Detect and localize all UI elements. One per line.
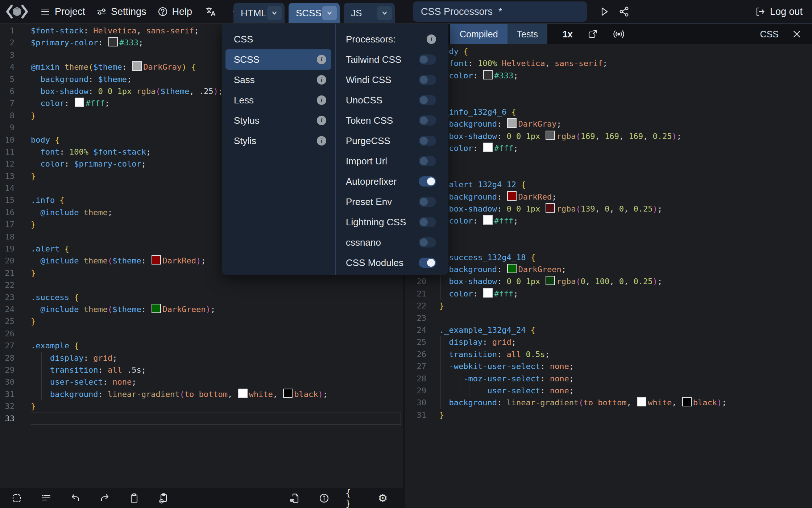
info-icon[interactable]: i xyxy=(317,55,326,64)
menu-settings[interactable]: Settings xyxy=(96,6,146,17)
project-title-field[interactable]: CSS Processors * xyxy=(413,1,587,22)
language-option-stylis[interactable]: Stylisi xyxy=(225,131,331,151)
code-line[interactable]: 5 xyxy=(405,94,812,106)
code-line[interactable]: 20 box-shadow: 0 0 1px rgba(0, 100, 0, 0… xyxy=(405,275,812,287)
code-line[interactable]: 2 font: 100% Helvetica, sans-serif; xyxy=(405,57,812,69)
color-swatch[interactable] xyxy=(546,203,555,213)
compiled-css-output[interactable]: 1body {2 font: 100% Helvetica, sans-seri… xyxy=(405,44,812,421)
file-link-button[interactable] xyxy=(287,490,303,506)
code-line[interactable]: 30 user-select: none; xyxy=(0,376,403,388)
color-swatch[interactable] xyxy=(483,288,493,298)
color-swatch[interactable] xyxy=(483,143,493,152)
color-swatch[interactable] xyxy=(132,61,142,71)
color-swatch[interactable] xyxy=(483,70,493,79)
tab-scss[interactable]: SCSS xyxy=(289,3,340,23)
color-swatch[interactable] xyxy=(152,304,161,313)
color-swatch[interactable] xyxy=(546,276,555,285)
copy-button[interactable] xyxy=(156,490,171,506)
code-line[interactable]: 22 xyxy=(0,279,403,291)
color-swatch[interactable] xyxy=(507,118,517,128)
live-reload-button[interactable] xyxy=(613,29,625,40)
info-icon[interactable]: i xyxy=(317,95,326,105)
select-all-button[interactable] xyxy=(9,490,25,506)
language-option-scss[interactable]: SCSSi xyxy=(225,49,331,70)
share-button[interactable] xyxy=(616,4,632,20)
code-line[interactable]: 29 user-select: none; xyxy=(405,385,812,397)
toggle-preset-env[interactable] xyxy=(419,197,436,207)
tab-html-dropdown-button[interactable] xyxy=(267,6,282,20)
tab-tests[interactable]: Tests xyxy=(508,24,547,44)
info-icon[interactable]: i xyxy=(317,75,326,85)
code-line[interactable]: 27.example { xyxy=(0,340,403,352)
language-option-stylus[interactable]: Stylusi xyxy=(225,110,331,131)
format-code-button[interactable] xyxy=(38,490,54,506)
tab-compiled[interactable]: Compiled xyxy=(450,24,508,44)
code-line[interactable]: 23.success { xyxy=(0,291,403,303)
code-line[interactable]: 25} xyxy=(0,315,403,327)
color-swatch[interactable] xyxy=(238,389,248,398)
color-swatch[interactable] xyxy=(283,389,293,398)
info-icon[interactable]: i xyxy=(427,34,436,44)
toggle-windi-css[interactable] xyxy=(419,75,436,85)
toggle-css-modules[interactable] xyxy=(419,258,436,268)
toggle-tailwind-css[interactable] xyxy=(419,54,436,65)
code-line[interactable]: 10} xyxy=(405,155,812,167)
code-line[interactable]: 3 color: #333; xyxy=(405,70,812,82)
translate-icon[interactable] xyxy=(203,4,219,20)
code-line[interactable]: 28 -moz-user-select: none; xyxy=(405,373,812,385)
language-option-sass[interactable]: Sassi xyxy=(225,70,331,90)
code-line[interactable]: 26 transition: all 0.5s; xyxy=(405,348,812,360)
color-swatch[interactable] xyxy=(682,397,692,406)
code-line[interactable]: 13 background: DarkRed; xyxy=(405,191,812,203)
color-swatch[interactable] xyxy=(546,131,555,140)
zoom-level-button[interactable]: 1x xyxy=(563,29,573,40)
open-external-button[interactable] xyxy=(587,29,598,40)
toggle-token-css[interactable] xyxy=(419,115,436,126)
color-swatch[interactable] xyxy=(507,191,517,201)
toggle-unocss[interactable] xyxy=(419,95,436,105)
tab-html[interactable]: HTML xyxy=(233,3,285,23)
info-button[interactable] xyxy=(316,490,332,506)
braces-button[interactable]: { } xyxy=(345,490,361,506)
code-line[interactable]: 1body { xyxy=(405,45,812,57)
code-line[interactable]: 15 color: #fff; xyxy=(405,215,812,227)
logout-button[interactable]: Log out xyxy=(755,0,803,23)
info-icon[interactable]: i xyxy=(317,136,326,146)
menu-project[interactable]: Project xyxy=(40,6,85,17)
code-line[interactable]: 32} xyxy=(0,400,403,412)
toggle-cssnano[interactable] xyxy=(419,237,436,247)
code-line[interactable]: 21 color: #fff; xyxy=(405,288,812,300)
code-line[interactable]: 29 transition: all .5s; xyxy=(0,364,403,376)
code-line[interactable]: 33 xyxy=(0,413,403,425)
color-swatch[interactable] xyxy=(75,98,84,107)
code-line[interactable]: 17 xyxy=(405,239,812,251)
tab-js-dropdown-button[interactable] xyxy=(377,6,392,20)
toggle-purgecss[interactable] xyxy=(419,136,436,146)
color-swatch[interactable] xyxy=(637,397,646,406)
toggle-lightning-css[interactable] xyxy=(419,217,436,227)
code-line[interactable]: 24._example_132g4_24 { xyxy=(405,324,812,336)
code-line[interactable]: 31} xyxy=(405,409,812,421)
tab-scss-dropdown-button[interactable] xyxy=(322,6,337,20)
color-swatch[interactable] xyxy=(507,264,517,273)
redo-button[interactable] xyxy=(97,490,113,506)
code-line[interactable]: 8 box-shadow: 0 0 1px rgba(169, 169, 169… xyxy=(405,130,812,142)
toggle-autoprefixer[interactable] xyxy=(419,176,436,187)
code-line[interactable]: 23 xyxy=(405,312,812,324)
close-pane-button[interactable] xyxy=(789,26,805,42)
language-option-less[interactable]: Lessi xyxy=(225,90,331,110)
code-line[interactable]: 11 xyxy=(405,167,812,179)
color-swatch[interactable] xyxy=(483,215,493,225)
menu-help[interactable]: Help xyxy=(157,6,192,17)
code-line[interactable]: 19 background: DarkGreen; xyxy=(405,263,812,275)
code-line[interactable]: 16} xyxy=(405,227,812,239)
code-line[interactable]: 14 box-shadow: 0 0 1px rgba(139, 0, 0, 0… xyxy=(405,203,812,215)
toggle-import-url[interactable] xyxy=(419,156,436,166)
code-line[interactable]: 25 display: grid; xyxy=(405,336,812,348)
code-line[interactable]: 28 display: grid; xyxy=(0,352,403,364)
code-line[interactable]: 26 xyxy=(0,328,403,340)
paste-button[interactable] xyxy=(126,490,142,506)
language-option-css[interactable]: CSS xyxy=(225,29,331,49)
code-line[interactable]: 4} xyxy=(405,82,812,94)
code-line[interactable]: 6._info_132g4_6 { xyxy=(405,106,812,118)
